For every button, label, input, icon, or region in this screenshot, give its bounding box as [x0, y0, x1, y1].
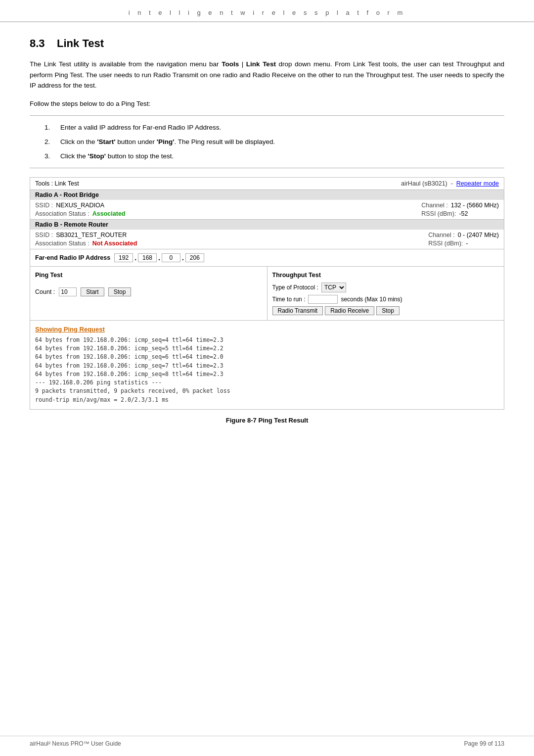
ping-start-button[interactable]: Start: [81, 287, 104, 296]
throughput-panel: Throughput Test Type of Protocol : TCP U…: [267, 267, 504, 320]
radio-a-left: SSID : NEXUS_RADIOA Association Status :…: [35, 202, 125, 217]
radio-b-rssi: RSSI (dBm): -: [428, 240, 499, 247]
ping-result-line: --- 192.168.0.206 ping statistics ---: [35, 378, 499, 387]
header-title: i n t e l l i g e n t w i r e l e s s p …: [129, 9, 406, 16]
divider-bottom: [30, 168, 504, 168]
ping-result-line: 64 bytes from 192.168.0.206: icmp_seq=8 …: [35, 370, 499, 378]
far-end-label: Far-end Radio IP Address: [35, 254, 110, 261]
radio-b-left: SSID : SB3021_TEST_ROUTER Association St…: [35, 232, 137, 247]
ping-result-line: 64 bytes from 192.168.0.206: icmp_seq=7 …: [35, 362, 499, 370]
page-footer: airHaul² Nexus PRO™ User Guide Page 99 o…: [0, 736, 534, 747]
tp-radio-receive-button[interactable]: Radio Receive: [325, 306, 374, 315]
ui-panel: Tools : Link Test airHaul (sB3021) - Rep…: [30, 177, 504, 410]
section-title: 8.3 Link Test: [30, 37, 504, 50]
tp-radio-transmit-button[interactable]: Radio Transmit: [272, 306, 323, 315]
ip-field-2[interactable]: [138, 253, 157, 262]
tp-time-row: Time to run : seconds (Max 10 mins): [272, 295, 499, 304]
tp-time-input[interactable]: [308, 295, 338, 304]
radio-a-channel: Channel : 132 - (5660 MHz): [421, 202, 499, 209]
tp-time-suffix: seconds (Max 10 mins): [341, 296, 402, 303]
throughput-controls: Type of Protocol : TCP UDP Time to run :…: [272, 283, 499, 315]
radio-a-details: SSID : NEXUS_RADIOA Association Status :…: [30, 200, 504, 219]
section-number: 8.3: [30, 37, 45, 49]
radio-a-rssi-value: -52: [459, 210, 468, 217]
far-end-row: Far-end Radio IP Address . . .: [30, 249, 504, 267]
radio-a-ssid-value: NEXUS_RADIOA: [56, 202, 104, 209]
tp-protocol-select[interactable]: TCP UDP: [321, 283, 346, 292]
divider-top: [30, 115, 504, 116]
section-name: Link Test: [57, 37, 104, 49]
steps-list: 1. Enter a valid IP address for Far-end …: [44, 124, 504, 160]
step-3: 3. Click the 'Stop' button to stop the t…: [44, 152, 504, 160]
tp-buttons: Radio Transmit Radio Receive Stop: [272, 306, 499, 315]
radio-b-title: Radio B - Remote Router: [30, 220, 504, 230]
tp-protocol-row: Type of Protocol : TCP UDP: [272, 283, 499, 292]
ping-result-line: round-trip min/avg/max = 2.0/2.3/3.1 ms: [35, 396, 499, 404]
tp-time-label: Time to run :: [272, 296, 306, 303]
page-header: i n t e l l i g e n t w i r e l e s s p …: [0, 0, 534, 22]
radio-a-right: Channel : 132 - (5660 MHz) RSSI (dBm): -…: [421, 202, 499, 217]
footer-left: airHaul² Nexus PRO™ User Guide: [30, 740, 121, 747]
tools-label: Tools : Link Test: [35, 180, 79, 187]
radio-b-assoc: Association Status : Not Associated: [35, 240, 137, 247]
intro-paragraph: The Link Test utility is available from …: [30, 59, 504, 91]
radio-a-ssid: SSID : NEXUS_RADIOA: [35, 202, 125, 209]
ping-result-line: 64 bytes from 192.168.0.206: icmp_seq=5 …: [35, 344, 499, 353]
step-1: 1. Enter a valid IP address for Far-end …: [44, 124, 504, 131]
ping-result-title: Showing Ping Request: [35, 326, 499, 333]
radio-b-right: Channel : 0 - (2407 MHz) RSSI (dBm): -: [428, 232, 499, 247]
test-panels: Ping Test Count : Start Stop Throughput …: [30, 267, 504, 321]
figure-caption-text: Figure 8-7 Ping Test Result: [226, 417, 309, 424]
radio-b-channel-value: 0 - (2407 MHz): [458, 232, 499, 238]
tp-protocol-label: Type of Protocol :: [272, 284, 318, 291]
ping-result-section: Showing Ping Request 64 bytes from 192.1…: [30, 321, 504, 409]
device-info: airHaul (sB3021) - Repeater mode: [401, 180, 499, 187]
step-2: 2. Click on the 'Start' button under 'Pi…: [44, 138, 504, 145]
radio-a-section: Radio A - Root Bridge SSID : NEXUS_RADIO…: [30, 190, 504, 220]
radio-b-channel: Channel : 0 - (2407 MHz): [428, 232, 499, 238]
radio-a-rssi: RSSI (dBm): -52: [421, 210, 499, 217]
tp-stop-button[interactable]: Stop: [376, 306, 400, 315]
device-label: airHaul (sB3021): [401, 180, 447, 187]
figure-caption: Figure 8-7 Ping Test Result: [30, 417, 504, 424]
radio-a-channel-value: 132 - (5660 MHz): [451, 202, 499, 209]
radio-b-ssid: SSID : SB3021_TEST_ROUTER: [35, 232, 137, 238]
ping-panel: Ping Test Count : Start Stop: [30, 267, 267, 320]
ip-address-group[interactable]: . . .: [114, 253, 204, 262]
radio-a-assoc-value: Associated: [92, 210, 126, 217]
ping-result-line: 64 bytes from 192.168.0.206: icmp_seq=4 …: [35, 336, 499, 344]
panel-header: Tools : Link Test airHaul (sB3021) - Rep…: [30, 178, 504, 190]
ip-field-1[interactable]: [114, 253, 133, 262]
count-input[interactable]: [59, 287, 77, 296]
ip-field-3[interactable]: [162, 253, 180, 262]
mode-label[interactable]: Repeater mode: [456, 180, 499, 187]
radio-b-assoc-value: Not Associated: [92, 240, 137, 247]
radio-b-rssi-value: -: [466, 240, 468, 247]
radio-b-ssid-value: SB3021_TEST_ROUTER: [56, 232, 127, 238]
ping-panel-title: Ping Test: [35, 272, 262, 279]
count-label: Count :: [35, 288, 55, 295]
ip-field-4[interactable]: [185, 253, 204, 262]
throughput-panel-title: Throughput Test: [272, 272, 499, 279]
radio-a-title: Radio A - Root Bridge: [30, 190, 504, 200]
radio-b-section: Radio B - Remote Router SSID : SB3021_TE…: [30, 220, 504, 249]
ping-stop-button[interactable]: Stop: [108, 287, 132, 296]
ping-controls: Count : Start Stop: [35, 287, 262, 296]
radio-a-assoc: Association Status : Associated: [35, 210, 125, 217]
footer-right: Page 99 of 113: [464, 740, 504, 747]
ping-result-line: 9 packets transmitted, 9 packets receive…: [35, 387, 499, 395]
radio-b-details: SSID : SB3021_TEST_ROUTER Association St…: [30, 230, 504, 249]
follow-text: Follow the steps below to do a Ping Test…: [30, 100, 504, 107]
ping-result-line: 64 bytes from 192.168.0.206: icmp_seq=6 …: [35, 353, 499, 361]
ping-result-text: 64 bytes from 192.168.0.206: icmp_seq=4 …: [35, 336, 499, 404]
